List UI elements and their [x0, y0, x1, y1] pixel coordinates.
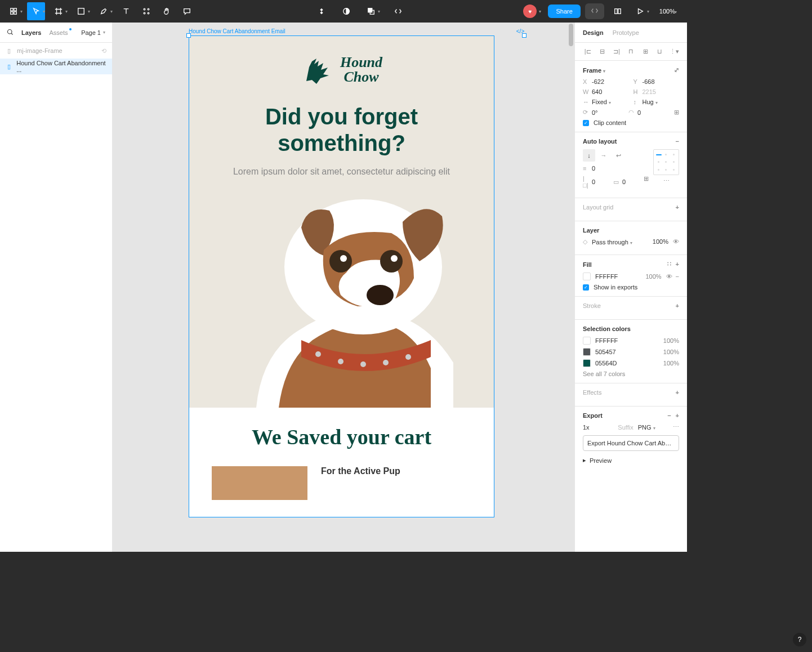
frame-section-title[interactable]: Frame ▾	[583, 67, 605, 74]
fill-swatch[interactable]	[583, 273, 591, 280]
svg-point-14	[329, 250, 352, 273]
tab-layers[interactable]: Layers	[21, 29, 41, 36]
layer-label: Hound Chow Cart Abandonment ...	[16, 60, 106, 73]
export-format[interactable]: PNG ▾	[638, 424, 668, 431]
mask-icon[interactable]	[337, 2, 355, 20]
styles-icon[interactable]: ∷	[667, 261, 671, 268]
align-right-icon[interactable]: ⊐|	[612, 48, 621, 55]
canvas[interactable]: Hound Chow Cart Abandonment Email </> Ho…	[113, 23, 574, 552]
layer-label: mj-image-Frame	[17, 47, 63, 54]
layoutgrid-title: Layout grid	[583, 204, 613, 211]
alignment-grid[interactable]	[653, 149, 679, 175]
fill-hex[interactable]: FFFFFF	[595, 273, 641, 280]
visibility-icon[interactable]: 👁	[666, 273, 672, 280]
align-hcenter-icon[interactable]: ⊟	[597, 48, 606, 55]
direction-vertical[interactable]: ↓	[583, 149, 595, 162]
radius-input[interactable]: 0	[637, 109, 641, 116]
export-button[interactable]: Export Hound Chow Cart Abando...	[583, 435, 679, 451]
clip-checkbox[interactable]: ✓	[583, 120, 589, 126]
frame-icon: ▯	[6, 63, 12, 70]
align-row: |⊏ ⊟ ⊐| ⊓ ⊞ ⊔ ⋮▾	[575, 43, 687, 61]
zoom-level[interactable]: 100% ▾	[656, 8, 682, 15]
chevron-right-icon: ▸	[583, 457, 586, 464]
add-icon[interactable]: +	[676, 261, 679, 268]
search-icon[interactable]	[7, 29, 14, 37]
cart-item-title: For the Active Pup	[321, 466, 400, 476]
radius-expand-icon[interactable]: ⊞	[674, 109, 679, 116]
chevron-down-icon[interactable]: ▾	[110, 9, 113, 14]
text-tool[interactable]	[117, 2, 135, 20]
cart-item-image	[212, 466, 307, 500]
show-exports-checkbox[interactable]: ✓	[583, 284, 589, 291]
chevron-down-icon[interactable]: ▾	[20, 9, 23, 14]
page-selector[interactable]: Page 1 ▾	[81, 29, 105, 36]
chevron-down-icon[interactable]: ▾	[88, 9, 90, 14]
library-icon[interactable]	[609, 2, 627, 20]
chevron-down-icon[interactable]: ▾	[647, 9, 649, 14]
rotation-input[interactable]: 0°	[592, 109, 598, 116]
export-scale[interactable]: 1x	[583, 424, 613, 431]
more-icon[interactable]: ⋯	[663, 177, 670, 185]
hand-tool[interactable]	[158, 2, 176, 20]
align-vcenter-icon[interactable]: ⊞	[641, 48, 650, 55]
scrollbar[interactable]	[569, 24, 573, 46]
blend-mode[interactable]: Pass through ▾	[592, 239, 632, 245]
remove-icon[interactable]: −	[667, 412, 671, 419]
comment-tool[interactable]	[178, 2, 196, 20]
align-bottom-icon[interactable]: ⊔	[655, 48, 664, 55]
color-swatch[interactable]	[583, 337, 591, 345]
chevron-down-icon[interactable]: ▾	[378, 9, 380, 14]
fill-title: Fill	[583, 261, 592, 268]
distribute-icon[interactable]: ⋮▾	[670, 48, 679, 55]
add-icon[interactable]: +	[676, 412, 679, 419]
frame-label[interactable]: Hound Chow Cart Abandonment Email </>	[189, 28, 524, 34]
color-swatch[interactable]	[583, 348, 591, 356]
add-icon[interactable]: +	[676, 302, 679, 309]
remove-icon[interactable]: −	[676, 138, 679, 145]
export-suffix[interactable]: Suffix	[618, 424, 633, 431]
gap-input[interactable]: 0	[592, 165, 595, 172]
share-button[interactable]: Share	[548, 5, 580, 18]
align-left-icon[interactable]: |⊏	[583, 48, 592, 55]
dev-mode-icon[interactable]	[389, 2, 407, 20]
vsize-mode[interactable]: Hug ▾	[643, 99, 658, 105]
email-frame[interactable]: Hound Chow Did you forgetsomething? Lore…	[189, 35, 494, 517]
direction-horizontal[interactable]: →	[597, 149, 610, 162]
preview-toggle[interactable]: ▸ Preview	[583, 457, 679, 464]
svg-rect-4	[78, 8, 84, 15]
layer-row[interactable]: ▯ mj-image-Frame ⟲	[0, 43, 112, 59]
chevron-down-icon[interactable]: ▾	[65, 9, 68, 14]
x-input[interactable]: -622	[592, 78, 604, 85]
dev-toggle[interactable]	[585, 3, 604, 19]
svg-rect-3	[14, 12, 16, 14]
chevron-down-icon[interactable]: ▾	[43, 9, 45, 14]
fill-opacity[interactable]: 100%	[645, 273, 661, 280]
avatar[interactable]: ♥	[523, 5, 537, 18]
component-icon[interactable]	[313, 2, 331, 20]
padh-input[interactable]: 0	[592, 178, 595, 185]
align-top-icon[interactable]: ⊓	[626, 48, 635, 55]
layer-row-selected[interactable]: ▯ Hound Chow Cart Abandonment ...	[0, 59, 112, 74]
remove-icon[interactable]: −	[676, 273, 679, 280]
tab-design[interactable]: Design	[583, 29, 604, 36]
clip-label: Clip content	[594, 119, 626, 126]
chevron-down-icon[interactable]: ▾	[539, 9, 541, 14]
pad-expand-icon[interactable]: ⊞	[644, 175, 649, 189]
tab-assets[interactable]: Assets	[49, 29, 68, 36]
more-icon[interactable]: ⋯	[673, 423, 679, 431]
add-icon[interactable]: +	[676, 389, 679, 396]
padv-input[interactable]: 0	[622, 178, 626, 185]
see-all-colors[interactable]: See all 7 colors	[583, 370, 679, 377]
direction-wrap[interactable]: ↩	[612, 149, 624, 162]
y-input[interactable]: -668	[643, 78, 655, 85]
tab-prototype[interactable]: Prototype	[613, 29, 639, 36]
resize-fit-icon[interactable]: ⤢	[674, 66, 679, 74]
add-icon[interactable]: +	[676, 204, 679, 211]
opacity-input[interactable]: 100%	[653, 238, 668, 245]
hsize-mode[interactable]: Fixed ▾	[592, 99, 611, 105]
w-input[interactable]: 640	[592, 88, 602, 95]
resources-tool[interactable]	[137, 2, 155, 20]
visibility-icon[interactable]: 👁	[673, 238, 679, 245]
h-input[interactable]: 2215	[643, 88, 656, 95]
color-swatch[interactable]	[583, 359, 591, 367]
